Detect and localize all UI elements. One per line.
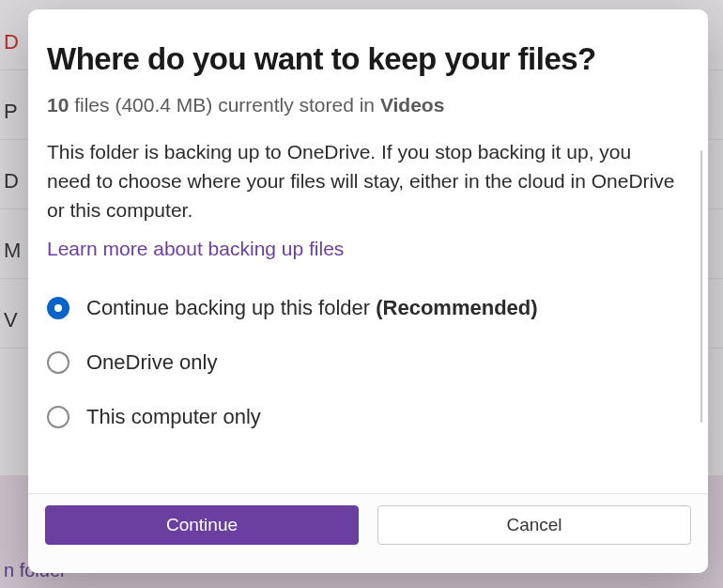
folder-name: Videos — [380, 94, 444, 116]
keep-files-dialog: Where do you want to keep your files? 10… — [28, 9, 708, 573]
scrollbar[interactable] — [700, 150, 702, 423]
option-continue-backup[interactable]: Continue backing up this folder (Recomme… — [47, 296, 689, 320]
cancel-button[interactable]: Cancel — [377, 505, 691, 545]
files-label: files — [74, 94, 109, 116]
learn-more-link[interactable]: Learn more about backing up files — [47, 238, 344, 260]
file-count: 10 — [47, 94, 69, 116]
bg-letter: M — [4, 239, 21, 263]
stored-in-label: currently stored in — [218, 94, 375, 116]
dialog-footer: Continue Cancel — [28, 493, 708, 573]
radio-icon — [47, 406, 69, 428]
option-suffix: (Recommended) — [376, 296, 537, 319]
dialog-title: Where do you want to keep your files? — [47, 41, 689, 77]
option-onedrive-only[interactable]: OneDrive only — [47, 350, 689, 375]
radio-icon — [47, 351, 69, 374]
continue-button[interactable]: Continue — [45, 505, 359, 545]
option-computer-only[interactable]: This computer only — [47, 405, 689, 429]
bg-letter: D — [4, 169, 19, 193]
dialog-body: Where do you want to keep your files? 10… — [28, 9, 708, 493]
dialog-description: This folder is backing up to OneDrive. I… — [47, 137, 676, 224]
bg-letter: D — [4, 30, 19, 54]
file-size: (400.4 MB) — [115, 94, 212, 116]
bg-letter: V — [4, 308, 18, 333]
radio-icon — [47, 297, 69, 319]
bg-letter: P — [4, 100, 18, 124]
dialog-subtitle: 10 files (400.4 MB) currently stored in … — [47, 94, 689, 116]
option-label: This computer only — [86, 405, 261, 429]
option-label: Continue backing up this folder — [86, 296, 370, 319]
option-label: OneDrive only — [86, 350, 217, 375]
options-group: Continue backing up this folder (Recomme… — [47, 290, 689, 429]
